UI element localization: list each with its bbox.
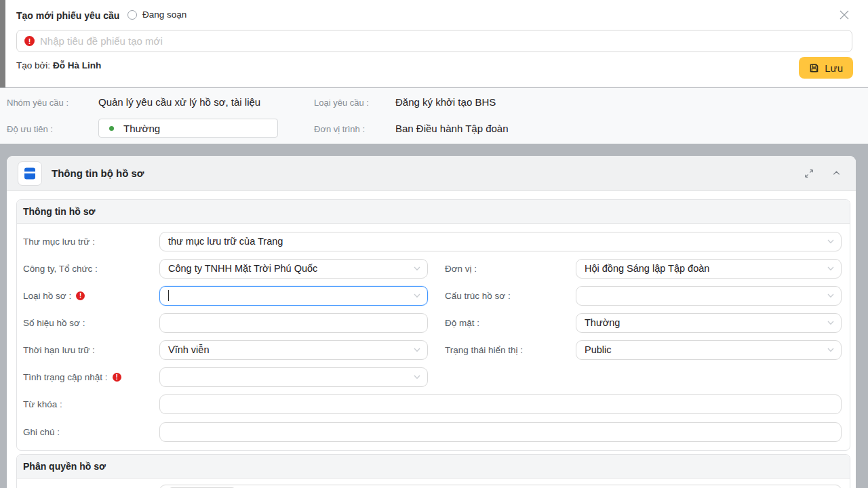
visibility-select[interactable]: Public (576, 340, 842, 360)
dossier-type-label: Loại hồ sơ : ! (17, 291, 159, 301)
dossier-icon (18, 161, 42, 186)
submitting-unit-value: Ban Điều hành Tập đoàn (395, 123, 509, 134)
radio-circle-icon[interactable] (127, 10, 137, 20)
dossier-type-label-text: Loại hồ sơ : (23, 291, 71, 301)
storage-folder-select[interactable]: thư mục lưu trữ của Trang (159, 232, 842, 251)
request-group-label: Nhóm yêu cầu : (7, 98, 68, 108)
row-keywords: Từ khóa : (17, 390, 850, 418)
dossier-permission-card: Phân quyền hồ sơ Quyền owner : Đỗ Hà Lin… (16, 454, 850, 488)
modal-header: Tạo mới phiếu yêu cầu Đang soạn ! Nhập t… (5, 0, 868, 87)
status-radio[interactable]: Đang soạn (127, 9, 186, 20)
status-radio-label: Đang soạn (142, 9, 186, 20)
unit-value: Hội đồng Sáng lập Tập đoàn (585, 263, 709, 274)
request-meta-section: Nhóm yêu cầu : Quản lý yêu cầu xử lý hồ … (0, 88, 868, 144)
secrecy-value: Thường (585, 317, 620, 328)
notes-label: Ghi chú : (17, 427, 159, 437)
dossier-info-card-title: Thông tin hồ sơ (17, 200, 850, 224)
created-by-name: Đỗ Hà Linh (53, 60, 101, 70)
dossier-number-label: Số hiệu hồ sơ : (17, 318, 159, 328)
dossier-panel-header: Thông tin bộ hồ sơ (7, 156, 856, 191)
row-notes: Ghi chú : (17, 418, 850, 446)
owner-permission-input[interactable]: Đỗ Hà Linh ✕ (159, 485, 842, 488)
retention-value: Vĩnh viễn (168, 344, 209, 355)
unit-label: Đơn vị : (428, 264, 576, 274)
chevron-down-icon (413, 291, 421, 300)
save-button[interactable]: Lưu (799, 57, 853, 79)
company-select[interactable]: Công ty TNHH Mặt Trời Phú Quốc (159, 259, 428, 279)
text-caret (168, 290, 169, 301)
keywords-input[interactable] (159, 394, 842, 414)
created-by-label: Tạo bởi: (16, 60, 50, 70)
dossier-info-card-body: Thư mục lưu trữ : thư mục lưu trữ của Tr… (17, 224, 850, 450)
chevron-down-icon (413, 373, 421, 381)
modal-title: Tạo mới phiếu yêu cầu (16, 10, 119, 21)
row-owner-permission: Quyền owner : Đỗ Hà Linh ✕ (17, 483, 850, 488)
chevron-down-icon (827, 291, 835, 300)
row-retention-visibility: Thời hạn lưu trữ : Vĩnh viễn Trạng thái … (17, 336, 850, 363)
row-dossier-type-structure: Loại hồ sơ : ! Cấu trúc hồ sơ : (17, 282, 850, 309)
update-status-label: Tình trạng cập nhật : ! (17, 372, 159, 382)
keywords-label: Từ khóa : (17, 399, 159, 409)
storage-folder-label: Thư mục lưu trữ : (17, 237, 159, 247)
chevron-down-icon (413, 264, 421, 272)
save-icon (809, 63, 819, 73)
row-company-unit: Công ty, Tổ chức : Công ty TNHH Mặt Trời… (17, 255, 850, 282)
row-number-secrecy: Số hiệu hồ sơ : Độ mật : Thường (17, 309, 850, 336)
collapse-chevron-icon[interactable] (827, 165, 845, 182)
secrecy-select[interactable]: Thường (576, 313, 842, 333)
retention-select[interactable]: Vĩnh viễn (159, 340, 428, 360)
dossier-permission-card-body: Quyền owner : Đỗ Hà Linh ✕ (17, 479, 850, 488)
priority-dot-icon (109, 126, 114, 131)
unit-select[interactable]: Hội đồng Sáng lập Tập đoàn (576, 259, 842, 279)
update-status-select[interactable] (159, 367, 428, 387)
title-input-placeholder: Nhập tiêu đề phiếu tạo mới (40, 35, 163, 47)
dossier-structure-select[interactable] (576, 286, 842, 306)
chevron-down-icon (413, 346, 421, 354)
request-type-value: Đăng ký khởi tạo BHS (395, 96, 496, 108)
notes-input[interactable] (159, 422, 842, 442)
dossier-panel-title: Thông tin bộ hồ sơ (52, 167, 800, 179)
retention-label: Thời hạn lưu trữ : (17, 345, 159, 355)
error-icon: ! (24, 36, 35, 46)
priority-select[interactable]: Thường (98, 119, 278, 138)
company-label: Công ty, Tổ chức : (17, 264, 159, 274)
row-storage-folder: Thư mục lưu trữ : thư mục lưu trữ của Tr… (17, 228, 850, 255)
update-status-label-text: Tình trạng cập nhật : (23, 372, 108, 382)
dossier-number-input[interactable] (159, 313, 428, 333)
chevron-down-icon (827, 319, 835, 327)
save-button-label: Lưu (825, 62, 843, 74)
request-group-value: Quản lý yêu cầu xử lý hồ sơ, tài liệu (98, 96, 260, 108)
dossier-structure-label: Cấu trúc hồ sơ : (428, 291, 576, 301)
submitting-unit-label: Đơn vị trình : (314, 124, 365, 134)
modal-backdrop: Thông tin bộ hồ sơ Thông tin hồ sơ Thư m… (0, 144, 868, 488)
company-value: Công ty TNHH Mặt Trời Phú Quốc (168, 263, 317, 274)
request-type-label: Loại yêu cầu : (314, 98, 369, 108)
page-edge-strip (0, 0, 5, 87)
dossier-type-select[interactable] (159, 286, 428, 306)
visibility-label: Trạng thái hiển thị : (428, 345, 576, 355)
row-update-status: Tình trạng cập nhật : ! (17, 363, 850, 390)
priority-label: Độ ưu tiên : (7, 124, 53, 134)
chevron-down-icon (827, 346, 835, 354)
chevron-down-icon (827, 264, 835, 272)
created-by: Tạo bởi: Đỗ Hà Linh (16, 60, 101, 70)
secrecy-label: Độ mật : (428, 318, 576, 328)
error-icon: ! (113, 373, 121, 382)
visibility-value: Public (585, 344, 612, 355)
title-input[interactable]: ! Nhập tiêu đề phiếu tạo mới (16, 30, 852, 52)
close-icon[interactable] (837, 7, 852, 22)
error-icon: ! (76, 291, 85, 300)
dossier-panel-body: Thông tin hồ sơ Thư mục lưu trữ : thư mụ… (7, 191, 856, 488)
priority-value: Thường (123, 123, 160, 134)
dossier-permission-card-title: Phân quyền hồ sơ (17, 455, 850, 479)
chevron-down-icon (827, 237, 835, 245)
storage-folder-value: thư mục lưu trữ của Trang (168, 236, 283, 247)
dossier-panel: Thông tin bộ hồ sơ Thông tin hồ sơ Thư m… (7, 156, 856, 488)
dossier-info-card: Thông tin hồ sơ Thư mục lưu trữ : thư mụ… (16, 199, 850, 451)
expand-icon[interactable] (800, 165, 818, 182)
